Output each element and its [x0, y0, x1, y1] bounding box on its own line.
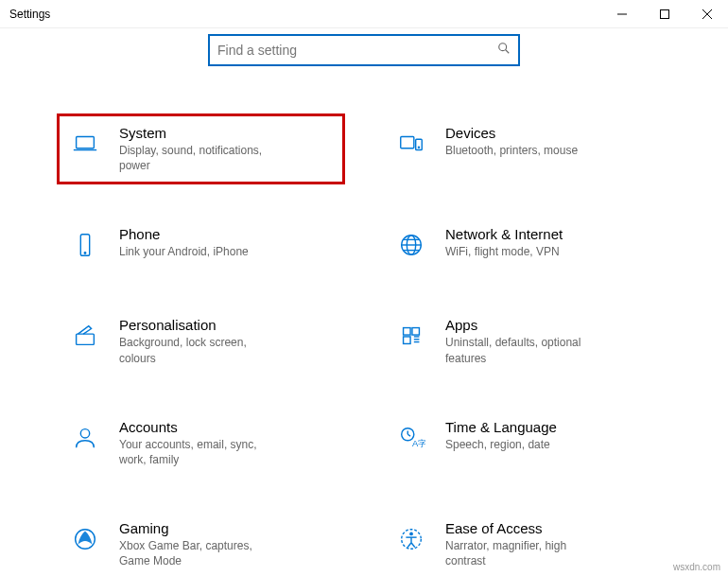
tile-title: Ease of Access [445, 520, 662, 536]
svg-point-25 [80, 428, 89, 437]
svg-point-12 [84, 253, 86, 254]
svg-rect-21 [404, 337, 411, 344]
globe-icon [392, 226, 430, 264]
phone-icon [66, 226, 104, 264]
tile-phone[interactable]: Phone Link your Android, iPhone [57, 215, 345, 275]
tile-title: Devices [445, 125, 662, 141]
tile-accounts[interactable]: Accounts Your accounts, email, sync, wor… [57, 408, 345, 479]
svg-line-28 [407, 434, 410, 436]
tile-desc: Background, lock screen, colours [119, 335, 270, 365]
person-icon [66, 419, 104, 457]
tile-devices[interactable]: Devices Bluetooth, printers, mouse [383, 113, 671, 184]
tile-title: Apps [445, 317, 662, 333]
titlebar: Settings [0, 0, 728, 28]
svg-rect-8 [401, 137, 414, 148]
tile-ease-of-access[interactable]: Ease of Access Narrator, magnifier, high… [383, 509, 671, 576]
tile-desc: Xbox Game Bar, captures, Game Mode [119, 538, 270, 568]
tile-desc: Your accounts, email, sync, work, family [119, 437, 270, 467]
tile-desc: Link your Android, iPhone [119, 244, 270, 259]
svg-rect-20 [412, 328, 420, 336]
tile-title: Time & Language [445, 419, 662, 435]
tile-desc: WiFi, flight mode, VPN [445, 244, 597, 259]
maximize-icon [660, 9, 669, 19]
laptop-icon [66, 125, 104, 163]
svg-point-10 [418, 147, 419, 148]
tile-title: Network & Internet [445, 226, 662, 242]
svg-point-32 [409, 532, 413, 536]
tile-apps[interactable]: Apps Uninstall, defaults, optional featu… [383, 305, 671, 376]
svg-line-35 [407, 543, 411, 548]
ease-of-access-icon [392, 520, 430, 558]
close-button[interactable] [685, 0, 728, 28]
close-icon [702, 9, 712, 19]
window-title: Settings [9, 8, 600, 21]
settings-grid: System Display, sound, notifications, po… [57, 113, 671, 576]
apps-icon [392, 317, 430, 355]
search-box[interactable] [208, 34, 520, 66]
tile-title: Personalisation [119, 317, 336, 333]
devices-icon [392, 125, 430, 163]
tile-desc: Speech, region, date [445, 437, 597, 452]
maximize-button[interactable] [643, 0, 685, 28]
settings-content: System Display, sound, notifications, po… [0, 28, 728, 576]
svg-rect-19 [404, 328, 411, 336]
gaming-icon [66, 520, 104, 558]
svg-line-36 [411, 543, 415, 548]
search-icon [497, 42, 511, 59]
tile-time-language[interactable]: A字 Time & Language Speech, region, date [383, 408, 671, 479]
tile-personalisation[interactable]: Personalisation Background, lock screen,… [57, 305, 345, 376]
tile-desc: Bluetooth, printers, mouse [445, 143, 597, 158]
watermark: wsxdn.com [673, 562, 720, 572]
tile-desc: Display, sound, notifications, power [119, 143, 270, 173]
svg-point-4 [499, 44, 507, 51]
tile-desc: Uninstall, defaults, optional features [445, 335, 597, 365]
tile-system[interactable]: System Display, sound, notifications, po… [57, 113, 345, 184]
tile-title: Gaming [119, 520, 336, 536]
paint-icon [66, 317, 104, 355]
search-row [57, 28, 671, 95]
tile-title: Phone [119, 226, 336, 242]
time-language-icon: A字 [392, 419, 430, 457]
tile-network[interactable]: Network & Internet WiFi, flight mode, VP… [383, 215, 671, 275]
tile-gaming[interactable]: Gaming Xbox Game Bar, captures, Game Mod… [57, 509, 345, 576]
svg-rect-18 [77, 335, 95, 345]
svg-text:A字: A字 [412, 439, 425, 448]
minimize-icon [617, 9, 627, 19]
tile-title: Accounts [119, 419, 336, 435]
search-input[interactable] [217, 43, 497, 58]
svg-rect-1 [660, 9, 668, 18]
svg-line-5 [506, 50, 510, 54]
tile-title: System [119, 125, 336, 141]
tile-desc: Narrator, magnifier, high contrast [445, 538, 597, 568]
svg-rect-6 [77, 137, 95, 148]
minimize-button[interactable] [600, 0, 643, 28]
